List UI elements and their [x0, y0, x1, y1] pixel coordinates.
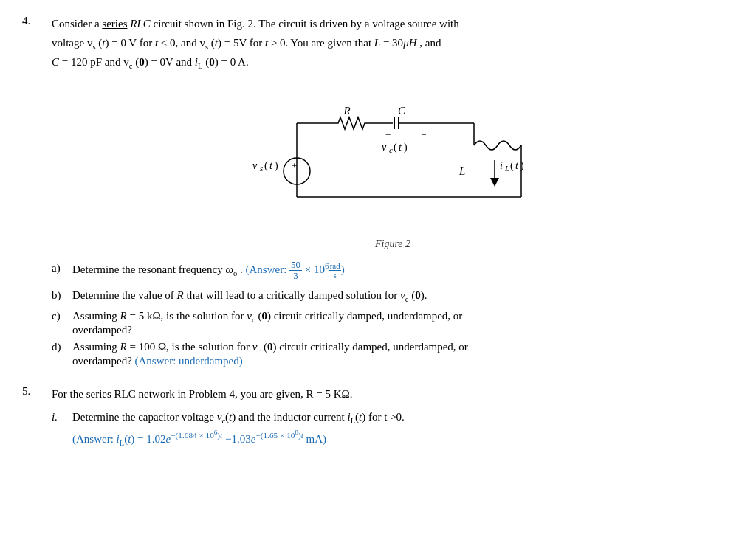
- figure-caption: Figure 2: [375, 238, 410, 250]
- circuit-diagram: R C + v c ( t ) −: [52, 86, 734, 250]
- svg-text:(: (: [264, 160, 268, 172]
- svg-text:v: v: [382, 142, 387, 153]
- problem-4: 4. Consider a series RLC circuit shown i…: [22, 15, 734, 372]
- problem-4-parts: a) Determine the resonant frequency ωo .…: [52, 259, 734, 367]
- part-d-answer: (Answer: underdamped): [135, 355, 243, 367]
- part-d-vc-sub: c: [257, 347, 261, 355]
- part-c-row2: overdamped?: [52, 324, 734, 336]
- p4-series: series: [102, 18, 127, 30]
- svg-text:t: t: [399, 142, 402, 153]
- part-c: c) Assuming R = 5 kΩ, is the solution fo…: [52, 310, 734, 336]
- p4-vs-sub: s: [92, 43, 95, 51]
- part-d-label: d): [52, 341, 72, 355]
- p4-iL-sub: L: [198, 62, 202, 70]
- p4-line1: Consider a series RLC circuit shown in F…: [52, 18, 459, 30]
- part-c-vc-sub: c: [252, 316, 255, 324]
- part-a-answer: (Answer: 50 3 × 106rads): [246, 263, 345, 275]
- problem-5: 5. For the series RLC network in Problem…: [22, 385, 734, 454]
- svg-text:C: C: [398, 105, 406, 117]
- svg-text:R: R: [343, 105, 350, 117]
- part-a-content: Determine the resonant frequency ωo . (A…: [72, 259, 734, 281]
- part-b-vc-sub: c: [405, 295, 409, 303]
- svg-text:i: i: [500, 160, 503, 171]
- omega-sub: o: [233, 269, 237, 277]
- problem-5-parts: i. Determine the capacitor voltage vc(t)…: [52, 408, 734, 449]
- svg-text:+: +: [292, 160, 297, 171]
- part-d-row1: d) Assuming R = 100 Ω, is the solution f…: [52, 341, 734, 355]
- part-d-row2: overdamped? (Answer: underdamped): [52, 355, 734, 367]
- part-b: b) Determine the value of R that will le…: [52, 286, 734, 305]
- p4-vs2-sub: s: [205, 43, 208, 51]
- svg-text:(: (: [394, 142, 397, 153]
- problem-5-content: For the series RLC network in Problem 4,…: [52, 385, 734, 454]
- part-c-line2: overdamped?: [72, 324, 132, 336]
- p5-ans-iL-sub: L: [120, 439, 124, 447]
- part-d-line2: overdamped? (Answer: underdamped): [72, 355, 243, 367]
- part-c-content: Assuming R = 5 kΩ, is the solution for v…: [72, 310, 734, 324]
- part-b-content: Determine the value of R that will lead …: [72, 286, 734, 305]
- circuit-svg: R C + v c ( t ) −: [238, 86, 548, 234]
- part-c-label: c): [52, 310, 72, 324]
- svg-text:): ): [275, 160, 278, 172]
- part-5i: i. Determine the capacitor voltage vc(t)…: [52, 408, 734, 449]
- part-d: d) Assuming R = 100 Ω, is the solution f…: [52, 341, 734, 367]
- p4-vc-sub: c: [129, 62, 133, 70]
- p5-vc-sub: c: [221, 417, 225, 425]
- part-c-spacer: [52, 324, 72, 336]
- svg-text:(: (: [510, 160, 514, 172]
- part-a: a) Determine the resonant frequency ωo .…: [52, 259, 734, 281]
- svg-text:c: c: [389, 145, 393, 154]
- part-5i-label: i.: [52, 408, 72, 449]
- problem-5-text: For the series RLC network in Problem 4,…: [52, 385, 734, 404]
- svg-text:v: v: [252, 160, 258, 171]
- svg-text:L: L: [458, 165, 465, 177]
- part-5i-content: Determine the capacitor voltage vc(t) an…: [72, 408, 734, 449]
- part-d-content: Assuming R = 100 Ω, is the solution for …: [72, 341, 734, 355]
- p4-RLC: RLC: [130, 18, 151, 30]
- part-b-label: b): [52, 286, 72, 305]
- svg-text:L: L: [504, 164, 509, 173]
- problem-4-number: 4.: [22, 15, 52, 372]
- svg-text:t: t: [269, 160, 273, 171]
- p4-line2: voltage vs (t) = 0 V for t < 0, and vs (…: [52, 37, 441, 49]
- problem-5-number: 5.: [22, 385, 52, 454]
- svg-text:+: +: [385, 129, 391, 140]
- problem-4-text: Consider a series RLC circuit shown in F…: [52, 15, 734, 73]
- svg-text:): ): [520, 160, 524, 172]
- svg-text:−: −: [421, 129, 426, 140]
- part-c-row1: c) Assuming R = 5 kΩ, is the solution fo…: [52, 310, 734, 324]
- p4-line3: C = 120 pF and vc (0) = 0V and iL (0) = …: [52, 56, 249, 68]
- part-d-spacer: [52, 355, 72, 367]
- svg-text:s: s: [260, 164, 263, 173]
- part-5i-answer: (Answer: iL(t) = 1.02e−(1.684 × 106)t −1…: [72, 433, 326, 445]
- p5-iL-sub: L: [351, 417, 355, 425]
- svg-text:t: t: [515, 160, 519, 171]
- svg-text:): ): [404, 142, 408, 153]
- part-a-label: a): [52, 259, 72, 281]
- problem-4-content: Consider a series RLC circuit shown in F…: [52, 15, 734, 372]
